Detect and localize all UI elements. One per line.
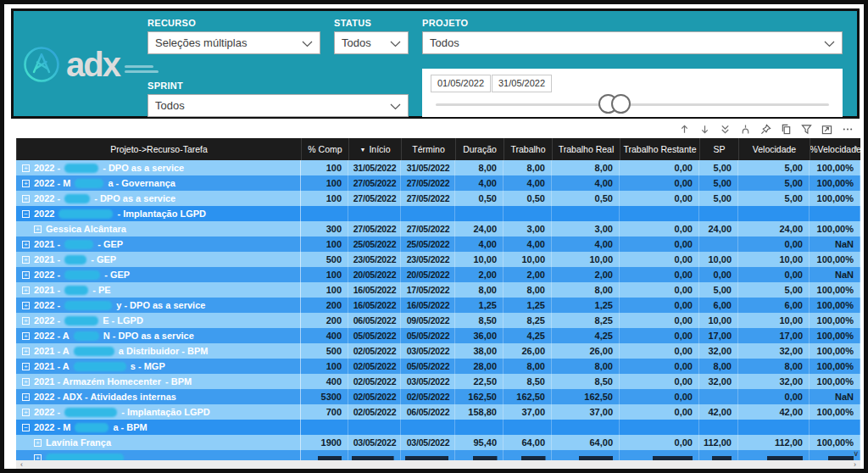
expand-icon[interactable]: + [22,164,30,172]
column-header-t-rmino[interactable]: Término [401,138,455,160]
collapse-icon[interactable]: − [22,210,30,218]
table-row[interactable]: +2021 - - GEP50023/05/202223/05/202210,0… [16,252,860,267]
column-header--comp[interactable]: % Comp [301,138,348,160]
table-row[interactable]: +Lavínia França190003/05/202203/05/20229… [16,435,860,450]
drill-down-icon[interactable] [699,124,710,135]
expand-next-level-icon[interactable] [720,124,731,135]
date-slider-handle-end[interactable] [611,94,631,114]
table-row[interactable]: +2021 - Aa Distribuidor - BPM50002/05/20… [16,343,860,359]
task-name-text: Lavínia França [46,435,111,450]
column-header-in-cio[interactable]: ▼Início [348,138,401,160]
table-row[interactable]: +2022 - - DPO as a service10027/05/20222… [16,191,860,206]
table-row[interactable]: −2022 - Ma - BPM [16,420,860,435]
scroll-right-arrow[interactable]: › [854,461,856,469]
table-row[interactable]: +2022 - - DPO as a service10031/05/20223… [16,160,860,175]
task-name-text: - Implantação LGPD [117,206,206,221]
task-name-cell: +Gessica Alcântara [16,221,301,236]
table-row[interactable]: +2022 - Ma - Governança10027/05/202227/0… [16,175,860,191]
value-cell: 100 [301,236,348,252]
expand-icon[interactable]: + [22,302,30,309]
value-cell: 0,00 [620,328,699,343]
redacted-text [75,179,103,188]
value-cell: 06/05/2022 [401,404,455,420]
scroll-left-arrow[interactable]: ‹ [20,461,23,469]
date-start-input[interactable]: 01/05/2022 [431,75,491,92]
expand-icon[interactable]: + [22,256,30,264]
value-cell: 100,00% [810,374,860,389]
expand-icon[interactable]: + [22,409,30,416]
sprint-dropdown[interactable]: Todos [147,94,409,117]
column-header-trabalho-restante[interactable]: Trabalho Restante [620,138,699,160]
expand-icon[interactable]: + [22,195,30,203]
value-cell: 10,00 [699,252,738,267]
value-cell: 0,50 [552,191,620,206]
pin-icon[interactable] [760,124,771,135]
value-cell: 42,00 [699,404,738,420]
expand-icon[interactable]: + [22,363,30,370]
task-name-cell: +2022 - - GEP [16,267,301,282]
table-row[interactable]: +Gessica Alcântara30027/05/202227/05/202… [16,221,860,236]
table-row[interactable]: + [16,450,860,460]
table-row[interactable]: −2022 - Implantação LGPD [16,206,860,221]
table-row[interactable]: +2022 - AN - DPO as a service40005/05/20… [16,328,860,343]
expand-icon[interactable]: + [34,454,42,461]
drill-mode-icon[interactable] [740,124,751,135]
table-row[interactable]: +2021 - As - MGP10002/05/202205/05/20222… [16,359,860,374]
status-dropdown[interactable]: Todos [334,31,409,54]
projeto-dropdown[interactable]: Todos [422,31,843,54]
value-cell: 8,00 [504,160,552,175]
column-header-sp[interactable]: SP [699,138,738,160]
expand-icon[interactable]: + [22,271,30,279]
value-cell: 0,50 [504,191,552,206]
table-row[interactable]: +2022 - ADX - Atividades internas530002/… [16,389,860,404]
expand-icon[interactable]: + [22,348,30,355]
table-row[interactable]: +2022 - - GEP10020/05/202220/05/20222,00… [16,267,860,282]
column-header-velocidade[interactable]: Velocidade [738,138,810,160]
collapse-icon[interactable]: − [22,424,30,431]
column-header-trabalho[interactable]: Trabalho [504,138,552,160]
expand-icon[interactable]: + [22,241,30,248]
expand-icon[interactable]: + [34,225,42,233]
task-name-text: - PE [92,282,110,298]
focus-mode-icon[interactable] [821,124,832,135]
table-row[interactable]: +2021 - Armazém Homecenter - BPM40002/05… [16,374,860,389]
table-row[interactable]: +2021 - - PE10016/05/202217/05/20228,008… [16,282,860,298]
scroll-up-arrow[interactable]: ∧ [853,145,859,153]
table-row[interactable]: +2022 - y - DPO as a service20016/05/202… [16,298,860,313]
value-cell [552,420,620,435]
value-cell [348,420,401,435]
value-cell: 09/05/2022 [401,313,455,328]
table-row[interactable]: +2022 - - Implantação LGPD70002/05/20220… [16,404,860,420]
value-cell: 37,00 [504,404,552,420]
copy-icon[interactable] [781,124,792,135]
column-header-trabalho-real[interactable]: Trabalho Real [552,138,620,160]
expand-icon[interactable]: + [22,180,30,187]
drill-up-icon[interactable] [679,124,690,135]
recurso-dropdown[interactable]: Seleções múltiplas [147,31,320,54]
expand-icon[interactable]: + [22,317,30,325]
value-cell: 500 [301,343,348,359]
horizontal-scrollbar[interactable]: ‹ › [16,460,860,469]
task-name-text: a - Governança [108,175,175,191]
date-end-input[interactable]: 31/05/2022 [492,75,552,92]
value-cell: 0,00 [620,313,699,328]
task-name-text: 2021 - A [34,359,70,374]
table-row[interactable]: +2021 - - GEP10025/05/202225/05/20224,00… [16,236,860,252]
table-row[interactable]: +2022 - E - LGPD20006/05/202209/05/20228… [16,313,860,328]
value-cell: 6,00 [699,298,738,313]
expand-icon[interactable]: + [22,287,30,294]
expand-icon[interactable]: + [22,378,30,386]
scroll-down-arrow[interactable]: ∨ [853,450,859,458]
value-cell [455,420,504,435]
more-options-icon[interactable] [842,124,854,135]
expand-icon[interactable]: + [22,393,30,401]
expand-icon[interactable]: + [34,439,42,447]
expand-icon[interactable]: + [22,332,30,340]
column-header-projeto-recurso-tarefa[interactable]: Projeto->Recurso-Tarefa [16,138,301,160]
value-cell: 02/05/2022 [348,404,401,420]
value-cell: 32,00 [738,374,810,389]
date-slider-track[interactable] [436,103,829,106]
value-cell: 1900 [301,435,348,450]
filter-icon[interactable] [801,124,812,135]
column-header-dura-o[interactable]: Duração [455,138,504,160]
